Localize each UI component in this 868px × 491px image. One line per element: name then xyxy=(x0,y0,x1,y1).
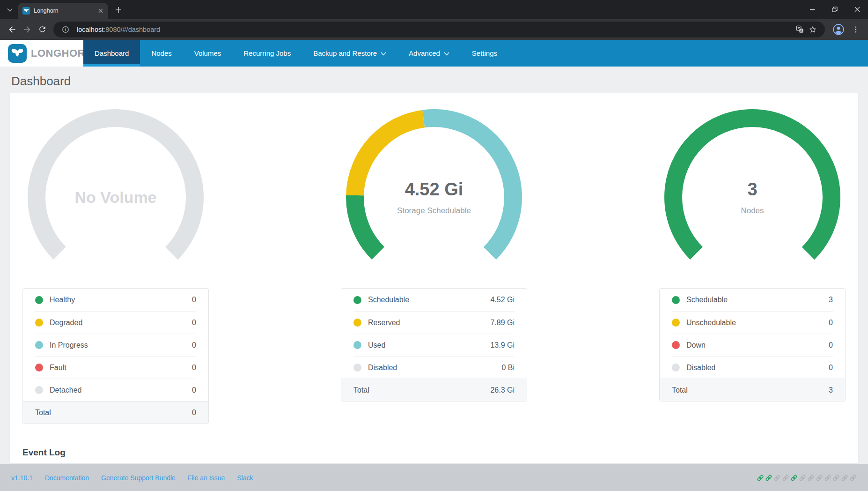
gauge-grid: No VolumeHealthy0Degraded0In Progress0Fa… xyxy=(22,109,846,424)
nav-item-backup-and-restore[interactable]: Backup and Restore xyxy=(302,40,397,67)
chain-link-icon-5[interactable] xyxy=(790,474,798,482)
legend-total-row: Total3 xyxy=(660,379,845,401)
page-title: Dashboard xyxy=(11,74,71,89)
chain-link-icon-4[interactable] xyxy=(782,474,789,482)
legend-dot xyxy=(35,386,43,394)
chain-link-icon-8[interactable] xyxy=(816,474,823,482)
footer-link-v1.10.1[interactable]: v1.10.1 xyxy=(11,474,33,482)
legend-label: Degraded xyxy=(50,319,82,327)
footer-link-documentation[interactable]: Documentation xyxy=(45,474,89,482)
nav-item-nodes[interactable]: Nodes xyxy=(140,40,183,67)
window-minimize-icon[interactable] xyxy=(806,3,818,15)
browser-tab-strip: Longhorn xyxy=(0,0,868,19)
footer: v1.10.1DocumentationGenerate Support Bun… xyxy=(0,464,868,491)
storage-legend: Schedulable4.52 GiReserved7.89 GiUsed13.… xyxy=(341,288,527,402)
url-host: localhost xyxy=(77,26,103,33)
legend-dot xyxy=(35,319,43,327)
nav-item-dashboard[interactable]: Dashboard xyxy=(83,40,140,67)
storage-gauge: 4.52 GiStorage Schedulable xyxy=(346,109,522,285)
dashboard-page: Dashboard No VolumeHealthy0Degraded0In P… xyxy=(0,67,868,491)
nav-item-settings[interactable]: Settings xyxy=(461,40,508,67)
address-bar[interactable]: localhost:8080/#/dashboard xyxy=(53,22,825,37)
legend-total-value: 26.3 Gi xyxy=(490,386,515,394)
legend-label: Detached xyxy=(50,386,82,394)
chain-link-icon-9[interactable] xyxy=(824,474,831,482)
legend-value: 0 xyxy=(192,364,196,372)
nav-item-label: Dashboard xyxy=(95,49,129,57)
longhorn-logo-bull-icon xyxy=(8,44,27,63)
nav-item-volumes[interactable]: Volumes xyxy=(183,40,233,67)
legend-row-schedulable: Schedulable3 xyxy=(672,289,833,311)
site-info-icon[interactable] xyxy=(59,23,72,36)
legend-total-value: 3 xyxy=(829,386,833,394)
legend-total-label: Total xyxy=(35,409,51,417)
dashboard-card: No VolumeHealthy0Degraded0In Progress0Fa… xyxy=(10,93,858,463)
profile-avatar-icon[interactable] xyxy=(831,22,846,37)
legend-value: 0 xyxy=(829,364,833,372)
nav-item-advanced[interactable]: Advanced xyxy=(397,40,461,67)
legend-row-detached: Detached0 xyxy=(35,379,196,401)
footer-link-file-an-issue[interactable]: File an Issue xyxy=(188,474,225,482)
legend-row-disabled: Disabled0 Bi xyxy=(353,356,515,379)
bookmark-star-icon[interactable] xyxy=(806,23,819,36)
chain-link-icon-1[interactable] xyxy=(757,474,764,482)
chain-link-icon-6[interactable] xyxy=(799,474,806,482)
nav-item-recurring-jobs[interactable]: Recurring Jobs xyxy=(232,40,302,67)
window-close-icon[interactable] xyxy=(851,3,863,15)
translate-icon[interactable] xyxy=(793,23,806,36)
footer-link-icons xyxy=(757,474,857,482)
back-icon[interactable] xyxy=(5,22,20,37)
browser-menu-icon[interactable] xyxy=(848,22,863,37)
tab-close-icon[interactable] xyxy=(97,7,104,15)
legend-label: Healthy xyxy=(50,296,75,304)
storage-gauge-center: 4.52 GiStorage Schedulable xyxy=(346,109,522,285)
legend-total-value: 0 xyxy=(192,409,196,417)
chevron-down-icon xyxy=(381,49,386,57)
node-gauge-value: 3 xyxy=(747,179,757,200)
footer-links: v1.10.1DocumentationGenerate Support Bun… xyxy=(11,474,253,482)
url-text: localhost:8080/#/dashboard xyxy=(77,26,793,33)
brand[interactable]: LONGHORN xyxy=(0,40,83,67)
legend-value: 0 xyxy=(192,319,196,327)
browser-toolbar: localhost:8080/#/dashboard xyxy=(0,19,868,40)
legend-value: 13.9 Gi xyxy=(490,341,515,350)
legend-total-label: Total xyxy=(672,386,688,394)
legend-dot xyxy=(353,296,361,304)
legend-row-unschedulable: Unschedulable0 xyxy=(672,311,833,334)
legend-value: 0 xyxy=(829,341,833,350)
window-controls xyxy=(806,0,863,19)
tab-search-chevron-icon[interactable] xyxy=(4,3,16,16)
legend-dot xyxy=(35,296,43,304)
storage-gauge-sub-label: Storage Schedulable xyxy=(397,206,471,216)
chain-link-icon-11[interactable] xyxy=(841,474,848,482)
legend-total-row: Total26.3 Gi xyxy=(341,379,527,401)
footer-link-generate-support-bundle[interactable]: Generate Support Bundle xyxy=(101,474,176,482)
new-tab-button[interactable] xyxy=(112,3,125,16)
legend-value: 0 xyxy=(829,319,833,327)
chevron-down-icon xyxy=(444,49,449,57)
volume-gauge-center: No Volume xyxy=(28,109,204,285)
legend-value: 0 xyxy=(192,341,196,350)
browser-tab[interactable]: Longhorn xyxy=(18,3,108,19)
chain-link-icon-10[interactable] xyxy=(832,474,840,482)
nav-item-label: Advanced xyxy=(409,49,440,57)
legend-label: Disabled xyxy=(686,364,715,372)
chain-link-icon-2[interactable] xyxy=(765,474,772,482)
legend-label: Fault xyxy=(50,364,66,372)
legend-total-label: Total xyxy=(353,386,369,394)
volume-gauge: No Volume xyxy=(28,109,204,285)
legend-row-healthy: Healthy0 xyxy=(35,289,196,311)
legend-label: Unschedulable xyxy=(686,319,736,327)
legend-label: Used xyxy=(368,341,385,350)
chain-link-icon-12[interactable] xyxy=(849,474,857,482)
legend-dot xyxy=(35,364,43,372)
window-restore-icon[interactable] xyxy=(829,3,841,15)
nav-item-label: Nodes xyxy=(151,49,171,57)
legend-label: Schedulable xyxy=(686,296,728,304)
forward-icon[interactable] xyxy=(20,22,35,37)
legend-row-schedulable: Schedulable4.52 Gi xyxy=(353,289,515,311)
footer-link-slack[interactable]: Slack xyxy=(237,474,253,482)
chain-link-icon-7[interactable] xyxy=(807,474,815,482)
reload-icon[interactable] xyxy=(35,22,50,37)
chain-link-icon-3[interactable] xyxy=(773,474,781,482)
